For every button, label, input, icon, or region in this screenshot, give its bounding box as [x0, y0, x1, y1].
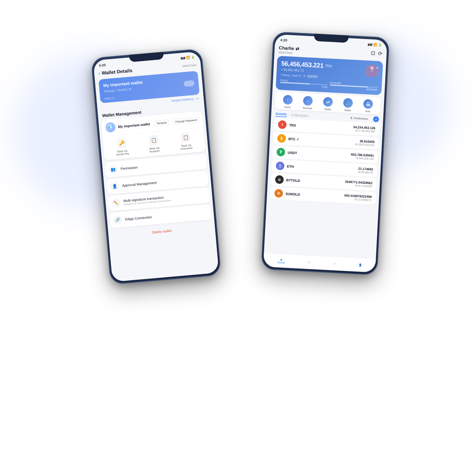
usdt-values: 602,786.035091 ≈$ 606,000.199: [351, 153, 374, 161]
management-section: 💎 My important wallet Rename Change Pass…: [101, 111, 206, 160]
backup-mnemonic[interactable]: 📋 Back Upmnemonic: [175, 131, 197, 151]
btc-name: BTC ✓: [288, 137, 299, 141]
vote-action[interactable]: 🗳 Vote: [363, 99, 373, 113]
add-asset-button[interactable]: +: [373, 116, 379, 122]
backup-keystore[interactable]: 📋 Back Upkeystore: [143, 134, 165, 154]
stake-action[interactable]: ⚓ Stake: [343, 98, 353, 112]
receive-action[interactable]: ↓ Receive: [303, 96, 313, 110]
bandwidth-item: Bandwidth 4000/5000: [330, 81, 378, 91]
balance-card: 56,456,453.221 TRX 👁 ↗ ≈ $3,951,951.71 T…: [276, 56, 383, 95]
trx-icon: T: [278, 120, 287, 129]
nav-history[interactable]: ⟳: [333, 262, 336, 265]
wallet-avatar: 💎: [105, 122, 116, 133]
wifi-icon: 📶: [186, 56, 190, 59]
side-btn-2: [94, 104, 96, 120]
trx-name: TRX: [289, 123, 296, 127]
trx-values: 34,234,453.126 ≈$ 2,760,842.982: [353, 125, 376, 133]
stake-icon: ⚓: [343, 98, 353, 108]
nav-assets[interactable]: ◉ Assets: [277, 258, 285, 264]
user-info: Charlie ⇄ MainChain: [278, 45, 299, 55]
stake-label: Stake: [344, 109, 351, 112]
asset-list: T TRX 34,234,453.126 ≈$ 2,760,842.982 ₿: [267, 118, 383, 206]
address-copy-icon[interactable]: ⧉: [303, 74, 305, 77]
wallet-index: Index 0: [104, 96, 114, 100]
right-side-btn-2: [269, 78, 271, 94]
tab-collectibles[interactable]: Collectibles: [291, 113, 309, 118]
phone-right: 4:20 ▮▮▮ 📶 🔋 Charlie ⇄ MainChain: [261, 31, 390, 275]
change-password-button[interactable]: Change Password: [173, 117, 199, 125]
vote-label: Vote: [365, 110, 370, 113]
nav-discover-icon: ⊞: [308, 261, 310, 264]
backup-private-key-label: Back Upprivate key: [116, 149, 129, 156]
rename-button[interactable]: Rename: [154, 120, 169, 126]
nav-history-icon: ⟳: [333, 262, 336, 265]
multisig-icon: ✏️: [112, 198, 121, 208]
nav-profile[interactable]: 👤: [359, 263, 362, 267]
nav-discover[interactable]: ⊞: [308, 261, 310, 264]
page-title: Wallet Details: [102, 68, 133, 76]
tron-decoration: T: [364, 62, 380, 78]
chain-label-left: MainChain: [182, 63, 196, 68]
dapp-icon: 🔗: [113, 215, 122, 225]
right-battery-icon: 🔋: [378, 43, 382, 47]
side-btn-1: [93, 90, 94, 100]
permission-label: Permission: [121, 165, 138, 171]
left-status-icons: ▮▮▮ 📶 🔋: [180, 55, 195, 60]
swap-label: Swap: [324, 108, 331, 111]
side-btn-3: [205, 85, 207, 107]
wallet-toggle[interactable]: [184, 80, 195, 87]
bttold-values: 2648771.04328662 ≈$ 6.77419355: [345, 180, 373, 188]
left-time: 4:20: [99, 63, 106, 67]
right-signal-icon: ▮▮▮: [367, 43, 372, 46]
sunold-name: SUNOLD: [285, 192, 300, 196]
key-icon: 🔑: [116, 138, 127, 148]
dapp-label: DApp Connection: [125, 215, 152, 221]
right-phone-screen: 4:20 ▮▮▮ 📶 🔋 Charlie ⇄ MainChain: [263, 34, 387, 273]
approval-icon: 👤: [110, 182, 120, 191]
phones-container: 4:20 ▮▮▮ 📶 🔋 ‹ Wallet Details MainChain: [93, 26, 383, 450]
non-hd-badge: Non-HD: [306, 74, 318, 79]
receive-label: Receive: [303, 106, 313, 110]
right-status-icons: ▮▮▮ 📶 🔋: [367, 43, 382, 47]
left-phone-screen: 4:20 ▮▮▮ 📶 🔋 ‹ Wallet Details MainChain: [93, 51, 219, 282]
copy-icon[interactable]: ⧉: [129, 87, 131, 91]
backup-private-key[interactable]: 🔑 Back Upprivate key: [111, 137, 133, 157]
bottom-nav: ◉ Assets ⊞ ⟳ 👤: [263, 253, 376, 272]
phone-left-frame: 4:20 ▮▮▮ 📶 🔋 ‹ Wallet Details MainChain: [91, 48, 221, 285]
balance-currency: TRX: [325, 64, 332, 68]
swap-action[interactable]: ⇄ Swap: [323, 97, 333, 111]
backup-mnemonic-label: Back Upmnemonic: [180, 144, 193, 150]
scan-icon[interactable]: ⊡: [370, 50, 375, 57]
preference-label: Preference: [354, 116, 368, 120]
right-time: 4:20: [280, 38, 287, 42]
send-action[interactable]: ↑ Send: [283, 95, 293, 109]
tab-assets[interactable]: Assets: [275, 111, 287, 117]
refresh-icon[interactable]: ⟳: [378, 50, 382, 57]
nav-profile-icon: 👤: [359, 263, 362, 267]
send-icon: ↑: [283, 95, 293, 105]
right-wifi-icon: 📶: [373, 43, 377, 47]
keystore-icon: 📋: [148, 135, 159, 146]
sort-icon: ⇅: [350, 116, 353, 120]
backup-keystore-label: Back Upkeystore: [149, 147, 160, 153]
usdt-icon: ₮: [276, 148, 285, 157]
svg-text:T: T: [370, 67, 374, 73]
eth-values: 21.174682 ≈$ 85,885.35: [358, 167, 373, 174]
eth-name: ETH: [287, 164, 294, 168]
avatar-icon: 💎: [107, 124, 113, 131]
right-side-btn-1: [270, 63, 272, 74]
header-icons: ⊡ ⟳: [370, 50, 382, 57]
preference-button[interactable]: ⇅ Preference: [350, 116, 368, 120]
receive-icon: ↓: [303, 96, 313, 106]
scene: 4:20 ▮▮▮ 📶 🔋 ‹ Wallet Details MainChain: [0, 0, 476, 476]
btc-icon: ₿: [277, 134, 286, 143]
sunold-icon: ☀: [274, 189, 283, 198]
bttold-icon: ◎: [275, 175, 284, 184]
nav-assets-label: Assets: [277, 261, 285, 264]
btc-values: 30.810455 ≈$ 1555,934.813: [355, 139, 375, 147]
sunold-values: 692.418878222498 ≈$ 13.5483871: [344, 194, 372, 202]
mnemonic-icon: 📋: [180, 132, 191, 143]
back-button[interactable]: ‹: [98, 71, 100, 76]
nav-assets-icon: ◉: [280, 258, 283, 261]
phone-right-frame: 4:20 ▮▮▮ 📶 🔋 Charlie ⇄ MainChain: [261, 31, 390, 275]
